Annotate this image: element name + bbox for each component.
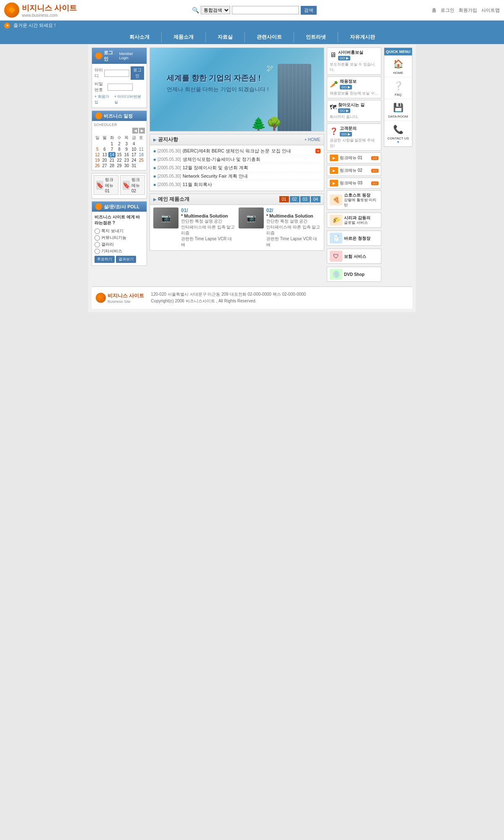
find-pw-link[interactable]: + 아이디/비번분실 [114, 94, 144, 105]
notice-text-2[interactable]: 생체인식포럼-기술세미나 및 정기총회 [183, 156, 320, 163]
prod-tab-1[interactable]: 01 [279, 196, 289, 202]
banner-building [278, 64, 311, 131]
table-row: 12 13 14 15 16 17 18 [94, 152, 145, 158]
notice-text-3[interactable]: 12월 장례이사회 및 송년회 계획 [183, 165, 320, 171]
top-link-join[interactable]: 회원가입 [459, 7, 477, 13]
notice-bullet-5: ■ [153, 182, 156, 187]
nav-company[interactable]: 회사소개 [118, 30, 161, 44]
pw-input[interactable] [108, 84, 133, 91]
svc-text-insurance: 보험 서비스 [344, 254, 366, 259]
search-type-select[interactable]: 통합검색 [201, 6, 230, 14]
poll-buttons: 투표하기 결과보기 [94, 256, 144, 263]
search-button[interactable]: 검색 [301, 6, 317, 15]
inquiry-go[interactable]: GO ▶ [340, 132, 352, 136]
login-pw-row: 비밀번호 [94, 81, 144, 93]
top-link-home[interactable]: 홈 [432, 7, 436, 13]
prod-tab-2[interactable]: 02 [290, 196, 299, 202]
result-button[interactable]: 결과보기 [116, 256, 136, 263]
lm-go-1[interactable]: GO [371, 156, 378, 160]
qm-home[interactable]: 🏠 HOME [384, 55, 412, 77]
ql-icon-2: 🔖 [123, 181, 130, 190]
quick-links-section: 🔖 링크메뉴01 🔖 링크메뉴02 [92, 173, 147, 199]
lm-go-2[interactable]: GO [371, 169, 378, 173]
product-info-2: 02/ * Multimedia Solution 깐단한 특정 설명 공간인터… [266, 207, 320, 248]
notice-text-1[interactable]: (BERC)제4회 BERC 생체인식 워크샵 논문 모집 안내 [183, 148, 314, 154]
cyber-go[interactable]: GO ▶ [338, 56, 350, 60]
notice-more[interactable]: + HOME [304, 137, 320, 142]
search-input[interactable] [232, 6, 299, 14]
footer-logo-text: 비지니스 사이트 [108, 292, 144, 299]
join-link[interactable]: + 회원가입 [94, 94, 113, 105]
lm-label-3: 링크메뉴 03 [340, 180, 370, 186]
nav-resources[interactable]: 자료실 [206, 30, 244, 44]
recruit-go[interactable]: GO ▶ [340, 85, 352, 89]
ql-label-2: 링크메뉴02 [131, 177, 142, 193]
top-link-login[interactable]: 로그인 [441, 7, 454, 13]
quick-link-2[interactable]: 🔖 링크메뉴02 [120, 175, 145, 195]
poll-label: 설/문/조/사 POLL [104, 204, 140, 210]
cal-prev[interactable]: ◀ [132, 128, 138, 134]
poll-option-2: 커뮤니티기능 [94, 235, 144, 241]
banner-trees: 🌲🌳 [251, 116, 282, 131]
prod-tab-4[interactable]: 04 [311, 196, 320, 202]
notice-text-4[interactable]: Network Security Fair 계획 안내 [183, 173, 320, 179]
cal-thu: 목 [123, 134, 130, 141]
content-area: 🕊 세계를 향한 기업의 자존심 ! 언제나 최선을 다하는 기업이 되겠습니다… [150, 47, 412, 283]
service-dvd: 💿 DVD Shop [327, 267, 381, 282]
nav-products[interactable]: 제품소개 [162, 30, 205, 44]
top-link-sitemap[interactable]: 사이트맵 [481, 7, 500, 13]
calendar-label: 비즈니스 일정 [104, 113, 133, 119]
faq-icon: ❔ [391, 79, 406, 92]
lm-go-3[interactable]: GO [371, 181, 378, 185]
svc-icon-clean: 📄 [330, 233, 342, 244]
svc-title-insurance: 보험 서비스 [344, 254, 366, 259]
qm-contact[interactable]: 📞 CONTACT US ▼ [384, 121, 412, 147]
notice-text-5[interactable]: 11월 회의록사 [183, 181, 320, 188]
poll-radio-2[interactable] [94, 235, 100, 241]
poll-form: 비즈니스 사이트 에게 바라는점은 ? 쪽지 보내기 커뮤니티기능 갤러리 [92, 212, 147, 265]
ticker-icon: ★ [4, 23, 10, 29]
qm-dataroom[interactable]: 💾 DATA ROOM [384, 99, 412, 121]
notice-item-5: ■ [2005.05.30] 11월 회의록사 [153, 181, 320, 189]
qm-dataroom-label: DATA ROOM [388, 115, 408, 118]
product-title-1: * Multimedia Solution [181, 213, 235, 218]
table-row: 1 2 3 4 [94, 141, 145, 147]
cal-tue: 화 [108, 134, 116, 141]
direction-go[interactable]: GO ▶ [338, 108, 350, 113]
id-input[interactable] [104, 70, 129, 77]
poll-radio-4[interactable] [94, 249, 100, 254]
notice-date-1: [2005.05.30] [158, 149, 181, 153]
nav-board[interactable]: 자유게시판 [338, 30, 387, 44]
cal-fri: 금 [130, 134, 137, 141]
poll-radio-1[interactable] [94, 228, 100, 234]
lm-label-2: 링크메뉴 02 [340, 168, 370, 173]
login-sublabel: Member Login [119, 52, 143, 60]
product-desc-2: 깐단한 특정 설명 공간인터페이스에 따른 입측 알고리즘관련한 Time La… [266, 218, 320, 248]
banner-text: 세계를 향한 기업의 자존심 ! 언제나 최선을 다하는 기업이 되겠습니다 ! [167, 73, 269, 93]
products-header: 메인 제품소개 01 02 03 04 [150, 194, 324, 205]
cal-next[interactable]: ▶ [139, 128, 145, 134]
prod-tab-3[interactable]: 03 [300, 196, 310, 202]
quick-link-1[interactable]: 🔖 링크메뉴01 [94, 175, 118, 195]
poll-section: 설/문/조/사 POLL 비즈니스 사이트 에게 바라는점은 ? 쪽지 보내기 … [92, 201, 147, 266]
notice-list: ■ [2005.05.30] (BERC)제4회 BERC 생체인식 워크샵 논… [150, 145, 324, 191]
svc-text-clean: 바르은 청청장 [344, 236, 370, 241]
home-icon: 🏠 [391, 58, 406, 70]
product-list: 📷 01/ * Multimedia Solution 깐단한 특정 설명 공간… [150, 205, 324, 250]
qm-faq[interactable]: ❔ FAQ [384, 77, 412, 99]
login-button[interactable]: 로그인 [131, 66, 144, 80]
footer-logo-icon [96, 293, 106, 303]
product-desc-1: 깐단한 특정 설명 공간인터페이스에 따른 입측 알고리즘관련한 Time La… [181, 218, 235, 248]
poll-option-4: 기타서비스 [94, 248, 144, 254]
page-wrapper: 로그인 Member Login 아이디 로그인 비밀번호 [88, 44, 416, 312]
inquiry-icon: ❓ [330, 127, 338, 135]
nav-related[interactable]: 관련사이트 [245, 30, 294, 44]
poll-radio-3[interactable] [94, 242, 100, 247]
info-inquiry: ❓ 고객문의 GO ▶ 궁금한 사항을 질문해 주세요! [327, 123, 381, 151]
nav-intranet[interactable]: 인트라넷 [294, 30, 338, 44]
product-num-2: 02/ [266, 207, 320, 213]
products-title: 메인 제품소개 [153, 196, 189, 203]
vote-button[interactable]: 투표하기 [94, 256, 115, 263]
lm-icon-1: ▶ [330, 155, 338, 161]
info-inquiry-header: ❓ 고객문의 GO ▶ [330, 126, 378, 136]
